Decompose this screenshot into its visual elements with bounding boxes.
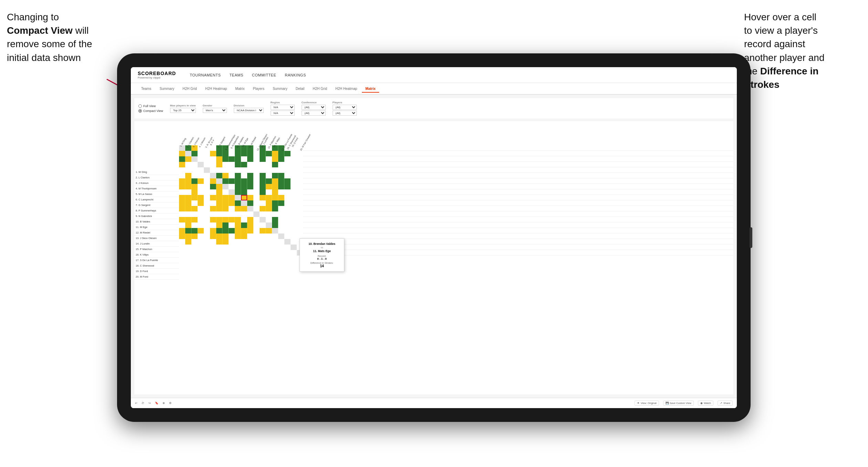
cell-3-5[interactable] bbox=[204, 156, 210, 162]
cell-9-14[interactable] bbox=[260, 189, 266, 195]
cell-12-7[interactable] bbox=[216, 206, 222, 211]
cell-9-19[interactable] bbox=[291, 189, 297, 195]
tab-h2h-grid2[interactable]: H2H Grid bbox=[309, 85, 331, 93]
cell-5-15[interactable] bbox=[266, 167, 272, 173]
cell-7-1[interactable] bbox=[179, 178, 185, 184]
cell-3-8[interactable] bbox=[222, 156, 229, 162]
cell-19-19[interactable] bbox=[291, 245, 297, 250]
cell-5-12[interactable] bbox=[247, 167, 253, 173]
cell-8-19[interactable] bbox=[291, 184, 297, 189]
cell-7-14[interactable] bbox=[260, 178, 266, 184]
cell-9-10[interactable] bbox=[235, 189, 241, 195]
cell-7-15[interactable] bbox=[266, 178, 272, 184]
settings-icon[interactable]: ⚙ bbox=[169, 402, 171, 405]
cell-3-13[interactable] bbox=[253, 156, 260, 162]
cell-13-2[interactable] bbox=[185, 211, 191, 217]
cell-13-18[interactable] bbox=[284, 211, 291, 217]
cell-20-3[interactable] bbox=[191, 250, 198, 256]
cell-16-13[interactable] bbox=[253, 228, 260, 234]
cell-16-20[interactable] bbox=[297, 228, 303, 234]
cell-13-17[interactable] bbox=[278, 211, 284, 217]
cell-5-14[interactable] bbox=[260, 167, 266, 173]
cell-9-13[interactable] bbox=[253, 189, 260, 195]
cell-17-9[interactable] bbox=[229, 234, 235, 239]
cell-3-17[interactable] bbox=[278, 156, 284, 162]
cell-11-14[interactable] bbox=[260, 200, 266, 206]
cell-17-2[interactable] bbox=[185, 234, 191, 239]
cell-20-2[interactable] bbox=[185, 250, 191, 256]
cell-5-17[interactable] bbox=[278, 167, 284, 173]
cell-17-13[interactable] bbox=[253, 234, 260, 239]
cell-2-4[interactable] bbox=[198, 151, 204, 156]
cell-10-1[interactable] bbox=[179, 195, 185, 200]
cell-6-19[interactable] bbox=[291, 173, 297, 178]
cell-3-1[interactable] bbox=[179, 156, 185, 162]
cell-14-18[interactable] bbox=[284, 217, 291, 222]
cell-12-4[interactable] bbox=[198, 206, 204, 211]
cell-4-9[interactable] bbox=[229, 162, 235, 167]
tab-summary1[interactable]: Summary bbox=[156, 85, 178, 93]
cell-17-19[interactable] bbox=[291, 234, 297, 239]
cell-18-13[interactable] bbox=[253, 239, 260, 245]
cell-2-18[interactable] bbox=[284, 151, 291, 156]
cell-15-1[interactable] bbox=[179, 222, 185, 228]
cell-16-16[interactable] bbox=[272, 228, 278, 234]
cell-7-18[interactable] bbox=[284, 178, 291, 184]
cell-4-20[interactable] bbox=[297, 162, 303, 167]
cell-15-3[interactable] bbox=[191, 222, 198, 228]
cell-11-12[interactable] bbox=[247, 200, 253, 206]
cell-2-17[interactable] bbox=[278, 151, 284, 156]
cell-7-17[interactable] bbox=[278, 178, 284, 184]
cell-5-20[interactable] bbox=[297, 167, 303, 173]
cell-9-17[interactable] bbox=[278, 189, 284, 195]
cell-3-10[interactable] bbox=[235, 156, 241, 162]
cell-4-5[interactable] bbox=[204, 162, 210, 167]
cell-9-12[interactable] bbox=[247, 189, 253, 195]
cell-4-4[interactable] bbox=[198, 162, 204, 167]
undo-icon[interactable]: ↩ bbox=[135, 402, 137, 405]
cell-19-3[interactable] bbox=[191, 245, 198, 250]
cell-15-4[interactable] bbox=[198, 222, 204, 228]
cell-17-3[interactable] bbox=[191, 234, 198, 239]
cell-14-20[interactable] bbox=[297, 217, 303, 222]
cell-16-3[interactable] bbox=[191, 228, 198, 234]
cell-3-15[interactable] bbox=[266, 156, 272, 162]
cell-2-19[interactable] bbox=[291, 151, 297, 156]
cell-2-14[interactable] bbox=[260, 151, 266, 156]
cell-7-4[interactable] bbox=[198, 178, 204, 184]
tab-matrix2[interactable]: Matrix bbox=[362, 85, 379, 93]
nav-tournaments[interactable]: TOURNAMENTS bbox=[190, 73, 221, 77]
full-view-option[interactable]: Full View bbox=[138, 104, 163, 108]
cell-8-10[interactable] bbox=[235, 184, 241, 189]
cell-20-4[interactable] bbox=[198, 250, 204, 256]
cell-19-14[interactable] bbox=[260, 245, 266, 250]
cell-14-10[interactable] bbox=[235, 217, 241, 222]
cell-2-20[interactable] bbox=[297, 151, 303, 156]
cell-12-11[interactable] bbox=[241, 206, 247, 211]
tab-detail[interactable]: Detail bbox=[292, 85, 308, 93]
cell-5-5[interactable] bbox=[204, 167, 210, 173]
cell-15-14[interactable] bbox=[260, 222, 266, 228]
cell-3-16[interactable] bbox=[272, 156, 278, 162]
cell-15-13[interactable] bbox=[253, 222, 260, 228]
cell-8-1[interactable] bbox=[179, 184, 185, 189]
cell-18-10[interactable] bbox=[235, 239, 241, 245]
cell-14-13[interactable] bbox=[253, 217, 260, 222]
cell-16-8[interactable] bbox=[222, 228, 229, 234]
cell-9-8[interactable] bbox=[222, 189, 229, 195]
cell-3-20[interactable] bbox=[297, 156, 303, 162]
cell-5-1[interactable] bbox=[179, 167, 185, 173]
cell-13-11[interactable] bbox=[241, 211, 247, 217]
cell-17-12[interactable] bbox=[247, 234, 253, 239]
cell-15-16[interactable] bbox=[272, 222, 278, 228]
cell-10-16[interactable] bbox=[272, 195, 278, 200]
cell-19-11[interactable] bbox=[241, 245, 247, 250]
cell-19-6[interactable] bbox=[210, 245, 216, 250]
cell-11-3[interactable] bbox=[191, 200, 198, 206]
compact-view-option[interactable]: Compact View bbox=[138, 109, 163, 113]
cell-9-6[interactable] bbox=[210, 189, 216, 195]
cell-6-20[interactable] bbox=[297, 173, 303, 178]
cell-18-15[interactable] bbox=[266, 239, 272, 245]
cell-9-7[interactable] bbox=[216, 189, 222, 195]
cell-9-18[interactable] bbox=[284, 189, 291, 195]
